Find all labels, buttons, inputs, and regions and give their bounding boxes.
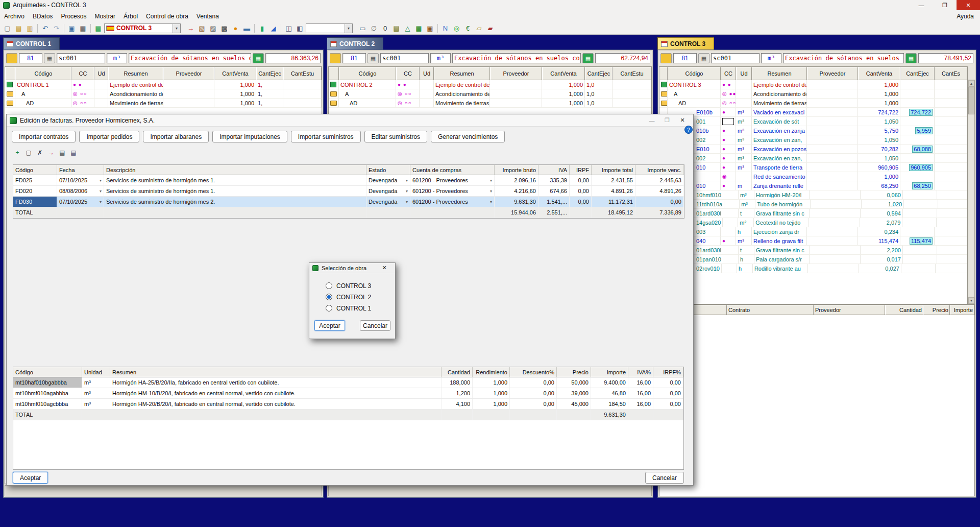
- horizontal-scrollbar-area[interactable]: [5, 485, 322, 496]
- concept-row[interactable]: CONTROL 2● ●Ejemplo de control de o1,000…: [329, 80, 651, 89]
- concept-row[interactable]: 040●m³Relleno de grava filt115,474115,47…: [659, 236, 967, 246]
- supply-column-cantidad[interactable]: Cantidad: [885, 305, 923, 315]
- concept-row[interactable]: E010b●m³Vaciado en excavaci724,722724,72…: [659, 108, 967, 117]
- export-invoice-icon[interactable]: →: [46, 148, 56, 157]
- chevron-down-icon[interactable]: ▾: [405, 200, 408, 204]
- chart-bars-icon[interactable]: ▮: [257, 23, 267, 34]
- concept-row[interactable]: AD◎ ○○Movimiento de tierras1,0001,: [5, 99, 322, 108]
- alerts-icon[interactable]: ●: [230, 23, 241, 34]
- concept-row[interactable]: 11tdh010am³Tubo de hormigón1,020: [659, 200, 967, 209]
- gantt-chart-icon[interactable]: ▬: [241, 23, 252, 34]
- cancel-button[interactable]: Cancelar: [360, 320, 390, 331]
- radio-control-2[interactable]: [326, 294, 332, 300]
- column-header-ud[interactable]: Ud: [736, 67, 752, 80]
- concept-row[interactable]: ◉Red de saneamiento1,000: [659, 172, 967, 181]
- material-row[interactable]: mt10haf010bgabbbam³Hormigón HA-25/B/20/I…: [13, 377, 683, 388]
- invoice-row[interactable]: FD03007/10/2025▾Servicios de suministro …: [13, 197, 684, 207]
- concept-row[interactable]: 010●mZanja drenante relle68,25068,250: [659, 181, 967, 190]
- supply-column-importe[interactable]: Importe: [950, 305, 974, 315]
- price-structure-icon[interactable]: ▨: [208, 23, 218, 34]
- concept-row[interactable]: 01ard030ltGrava filtrante sin c2,200: [659, 246, 967, 255]
- concept-row[interactable]: A◎ ●●Acondicionamiento del1,000: [659, 89, 967, 99]
- concept-row[interactable]: 002●m³Excavación en zan,1,050: [659, 135, 967, 145]
- keys-icon[interactable]: [6, 53, 17, 63]
- column-header-cantejec[interactable]: CantEjec: [256, 67, 283, 80]
- button-importar-suministros[interactable]: Importar suministros: [291, 131, 361, 142]
- chevron-down-icon[interactable]: ▾: [173, 24, 180, 33]
- cancel-button[interactable]: Cancelar: [645, 472, 684, 484]
- radio-option-control-2[interactable]: CONTROL 2: [326, 293, 371, 301]
- material-row[interactable]: mt10hmf010agabbbam³Hormigón HM-10/B/20/I…: [13, 388, 683, 399]
- reference-number-input[interactable]: 81: [19, 53, 42, 63]
- menu-ayuda[interactable]: Ayuda: [950, 11, 980, 22]
- dialog-minimize-button[interactable]: —: [644, 114, 659, 126]
- column-header-resumen[interactable]: Resumen: [752, 67, 807, 80]
- calculate-icon[interactable]: ▦: [905, 53, 917, 63]
- chevron-down-icon[interactable]: ▾: [99, 200, 102, 204]
- column-header-precio[interactable]: Precio: [557, 367, 591, 377]
- concept-row[interactable]: AD◎ ○○Movimiento de tierras1,0001,0: [329, 99, 651, 108]
- column-header-cantestu[interactable]: CantEstu: [283, 67, 322, 80]
- column-header-proveedor[interactable]: Proveedor: [807, 67, 858, 80]
- column-header-proveedor[interactable]: Proveedor: [163, 67, 214, 80]
- concept-row[interactable]: E010●m³Excavación en pozos70,28268,088: [659, 145, 967, 154]
- chevron-down-icon[interactable]: ▾: [99, 189, 102, 194]
- dialog-titlebar[interactable]: Selección de obra ✕: [309, 263, 395, 273]
- print-invoice-icon[interactable]: ▤: [58, 148, 67, 157]
- delete-invoice-icon[interactable]: ✗: [35, 148, 44, 157]
- messages-icon[interactable]: ▰: [485, 23, 496, 34]
- concept-row[interactable]: A◎ ○○Acondicionamiento del1,0001,: [5, 89, 322, 99]
- dialog-titlebar[interactable]: Edición de facturas. Proveedor Hormiceme…: [7, 114, 693, 127]
- concept-row[interactable]: CONTROL 3● ●Ejemplo de control de o1,000: [659, 80, 967, 89]
- button-generar-vencimientos[interactable]: Generar vencimientos: [431, 131, 505, 142]
- chart-line-icon[interactable]: ◢: [268, 23, 279, 34]
- button-importar-albaranes[interactable]: Importar albaranes: [143, 131, 209, 142]
- scroll-down-arrow[interactable]: ▼: [968, 297, 974, 304]
- amount-input[interactable]: 78.491,52: [918, 53, 973, 63]
- cascade-windows-icon[interactable]: ◧: [295, 23, 305, 34]
- window-caption-tab[interactable]: CONTROL 1: [3, 37, 60, 50]
- keys-icon[interactable]: [660, 53, 672, 63]
- column-header-rowmark[interactable]: [659, 67, 668, 80]
- column-header-fecha[interactable]: Fecha: [57, 165, 104, 175]
- row-help-icon[interactable]: ?: [684, 126, 693, 134]
- column-header-unidad[interactable]: Unidad: [82, 367, 110, 377]
- add-invoice-icon[interactable]: +: [13, 148, 22, 157]
- column-header-importe-venc[interactable]: Importe venc.: [635, 165, 684, 175]
- description-input[interactable]: Excavación de sótanos en suelos co: [452, 53, 581, 63]
- column-header-importe-bruto[interactable]: Importe bruto: [495, 165, 538, 175]
- concept-row[interactable]: A◎ ○○Acondicionamiento del1,0001,0: [329, 89, 651, 99]
- attachments-icon[interactable]: ∅: [369, 23, 379, 34]
- save-icon[interactable]: ▣: [66, 23, 77, 34]
- column-header-iva[interactable]: IVA: [538, 165, 570, 175]
- column-header-resumen[interactable]: Resumen: [434, 67, 490, 80]
- zero-prices-icon[interactable]: 0: [380, 23, 390, 34]
- minimize-button[interactable]: —: [910, 0, 933, 10]
- calculator-icon[interactable]: ▩: [219, 23, 230, 34]
- column-header-importe[interactable]: Importe: [591, 367, 628, 377]
- column-header-importe-total[interactable]: Importe total: [592, 165, 635, 175]
- radio-option-control-3[interactable]: CONTROL 3: [326, 281, 371, 290]
- column-header-ud[interactable]: Ud: [420, 67, 434, 80]
- close-button[interactable]: ✕: [957, 0, 980, 10]
- dialog-close-button[interactable]: ✕: [377, 263, 392, 273]
- dialog-close-button[interactable]: ✕: [675, 114, 690, 126]
- supply-column-proveedor[interactable]: Proveedor: [814, 305, 885, 315]
- concept-row[interactable]: 01ard030ltGrava filtrante sin c0,594: [659, 209, 967, 218]
- maximize-button[interactable]: ❐: [933, 0, 957, 10]
- calculate-icon[interactable]: ▦: [582, 53, 594, 63]
- column-header-cantejec[interactable]: CantEjec: [900, 67, 935, 80]
- amount-input[interactable]: 86.363,26: [265, 53, 321, 63]
- cc-edit-box[interactable]: [722, 118, 734, 125]
- column-header-cc[interactable]: CC: [721, 67, 736, 80]
- column-header-codigo[interactable]: Código: [339, 67, 396, 80]
- column-header-descuento[interactable]: Descuento%: [510, 367, 557, 377]
- dialog-maximize-button[interactable]: ❐: [659, 114, 675, 126]
- scroll-up-arrow[interactable]: ▲: [968, 80, 974, 87]
- toolbar-combo-filter[interactable]: ▾: [306, 23, 353, 33]
- reference-code-input[interactable]: sc001: [711, 53, 760, 63]
- button-importar-imputaciones[interactable]: Importar imputaciones: [212, 131, 287, 142]
- column-header-ud[interactable]: Ud: [94, 67, 108, 80]
- amount-input[interactable]: 62.724,94: [595, 53, 650, 63]
- web-icon[interactable]: ◎: [451, 23, 462, 34]
